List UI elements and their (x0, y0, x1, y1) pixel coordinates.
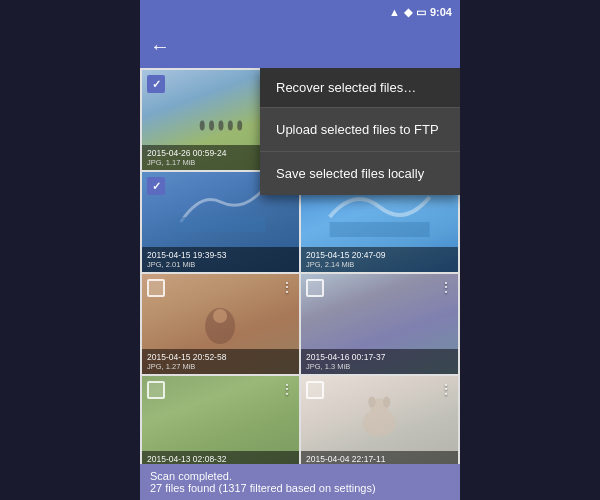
photo-card-7[interactable]: ⋮ 2015-04-13 02:08-32 JPG, 1.95 MiB (142, 376, 299, 464)
status-icons: ▲ ◆ ▭ 9:04 (389, 6, 452, 19)
checkbox-1[interactable] (147, 75, 165, 93)
battery-icon: ▭ (416, 6, 426, 19)
photo-grid: ⋮ 2015-04-26 00:59-24 JPG, 1.17 MiB ⋮ 20… (140, 68, 460, 464)
photo-date-7: 2015-04-13 02:08-32 (147, 454, 294, 464)
photo-meta-4: 2015-04-15 20:47-09 JPG, 2.14 MiB (301, 247, 458, 272)
photo-info-5: JPG, 1.27 MiB (147, 362, 294, 371)
top-bar: ← (140, 24, 460, 68)
svg-point-12 (383, 397, 390, 408)
svg-rect-5 (175, 217, 265, 232)
upload-ftp-item[interactable]: Upload selected files to FTP (260, 108, 460, 151)
signal-icon: ◆ (404, 6, 412, 19)
svg-point-11 (369, 397, 376, 408)
scan-status-line2: 27 files found (1317 filtered based on s… (150, 482, 450, 494)
status-bar: ▲ ◆ ▭ 9:04 (140, 0, 460, 24)
svg-point-3 (227, 121, 232, 131)
photo-meta-5: 2015-04-15 20:52-58 JPG, 1.27 MiB (142, 349, 299, 374)
photo-meta-8: 2015-04-04 22:17-11 JPG, 1.15 MiB (301, 451, 458, 464)
photo-info-6: JPG, 1.3 MiB (306, 362, 453, 371)
svg-point-8 (213, 309, 227, 323)
photo-info-3: JPG, 2.01 MiB (147, 260, 294, 269)
checkbox-5[interactable] (147, 279, 165, 297)
checkbox-8[interactable] (306, 381, 324, 399)
more-options-7[interactable]: ⋮ (280, 381, 294, 397)
phone-frame: ▲ ◆ ▭ 9:04 ← ⋮ 2015-04-26 00:59-24 JPG, (140, 0, 460, 500)
photo-date-5: 2015-04-15 20:52-58 (147, 352, 294, 362)
photo-meta-7: 2015-04-13 02:08-32 JPG, 1.95 MiB (142, 451, 299, 464)
svg-point-2 (218, 121, 223, 131)
photo-meta-3: 2015-04-15 19:39-53 JPG, 2.01 MiB (142, 247, 299, 272)
photo-date-6: 2015-04-16 00:17-37 (306, 352, 453, 362)
checkbox-7[interactable] (147, 381, 165, 399)
photo-date-4: 2015-04-15 20:47-09 (306, 250, 453, 260)
svg-point-4 (237, 121, 242, 131)
save-locally-item[interactable]: Save selected files locally (260, 152, 460, 195)
more-options-5[interactable]: ⋮ (280, 279, 294, 295)
wifi-icon: ▲ (389, 6, 400, 18)
svg-rect-6 (329, 222, 429, 237)
photo-info-4: JPG, 2.14 MiB (306, 260, 453, 269)
checkbox-6[interactable] (306, 279, 324, 297)
more-options-8[interactable]: ⋮ (439, 381, 453, 397)
photo-date-3: 2015-04-15 19:39-53 (147, 250, 294, 260)
scan-status-line1: Scan completed. (150, 470, 450, 482)
back-button[interactable]: ← (150, 35, 170, 58)
more-options-6[interactable]: ⋮ (439, 279, 453, 295)
svg-point-0 (199, 121, 204, 131)
photo-card-5[interactable]: ⋮ 2015-04-15 20:52-58 JPG, 1.27 MiB (142, 274, 299, 374)
dropdown-title: Recover selected files… (260, 68, 460, 107)
checkbox-3[interactable] (147, 177, 165, 195)
bottom-bar: Scan completed. 27 files found (1317 fil… (140, 464, 460, 500)
dropdown-menu: Recover selected files… Upload selected … (260, 68, 460, 195)
time-display: 9:04 (430, 6, 452, 18)
photo-card-6[interactable]: ⋮ 2015-04-16 00:17-37 JPG, 1.3 MiB (301, 274, 458, 374)
photo-card-8[interactable]: ⋮ 2015-04-04 22:17-11 JPG, 1.15 MiB (301, 376, 458, 464)
photo-date-8: 2015-04-04 22:17-11 (306, 454, 453, 464)
svg-point-1 (209, 121, 214, 131)
photo-meta-6: 2015-04-16 00:17-37 JPG, 1.3 MiB (301, 349, 458, 374)
